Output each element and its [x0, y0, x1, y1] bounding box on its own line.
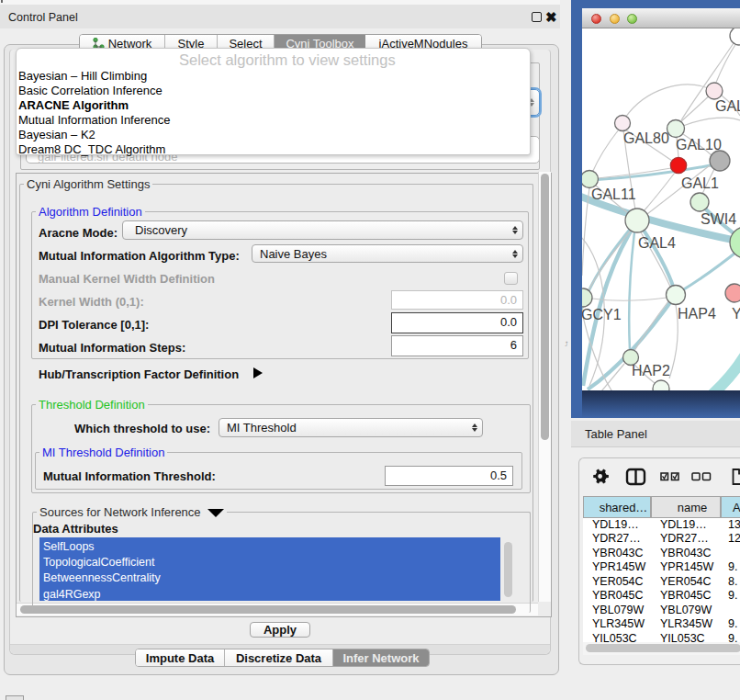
svg-text:GAL1: GAL1 [681, 175, 719, 191]
svg-text:GAL80: GAL80 [623, 130, 669, 146]
svg-text:Y: Y [732, 306, 740, 322]
svg-text:SWI4: SWI4 [701, 211, 736, 227]
svg-text:GAL4: GAL4 [638, 235, 676, 251]
svg-text:HAP4: HAP4 [678, 306, 716, 322]
svg-text:HAP2: HAP2 [632, 363, 670, 378]
svg-text:GAL11: GAL11 [591, 186, 636, 202]
svg-text:GCY1: GCY1 [582, 307, 622, 322]
svg-text:GAL10: GAL10 [676, 137, 722, 152]
svg-text:GAL2: GAL2 [715, 98, 740, 114]
